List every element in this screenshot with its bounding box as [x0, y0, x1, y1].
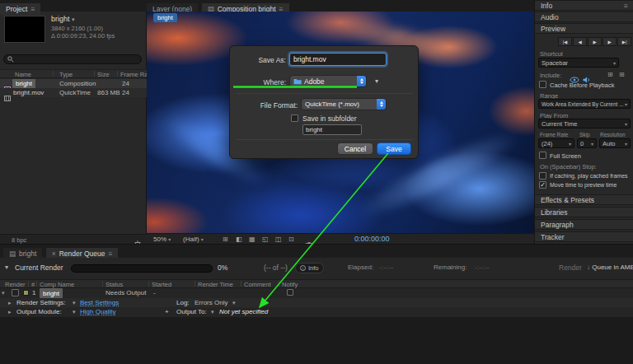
col-type[interactable]: Type — [59, 71, 73, 78]
cancel-button[interactable]: Cancel — [337, 142, 373, 155]
resolution-dropdown[interactable]: (Half) ▾ — [183, 236, 204, 243]
full-screen-checkbox[interactable] — [539, 152, 546, 159]
region-of-interest-icon[interactable]: ◱ — [262, 236, 269, 243]
where-dropdown[interactable]: Adobe — [289, 75, 367, 87]
col-comment[interactable]: Comment — [244, 281, 271, 288]
col-number[interactable]: # — [31, 281, 35, 288]
render-item-checkbox[interactable] — [12, 289, 19, 296]
transparency-grid-icon[interactable]: ⊡ — [288, 236, 294, 243]
shortcut-dropdown[interactable]: Spacebar ▾ — [538, 58, 619, 68]
twirl-closed-icon[interactable]: ▸ — [8, 309, 12, 315]
last-frame-button[interactable]: ▶| — [617, 37, 631, 46]
output-to-value[interactable]: Not yet specified — [219, 308, 268, 315]
save-in-subfolder-checkbox[interactable] — [291, 114, 298, 122]
range-dropdown[interactable]: Work Area Extended By Current ... ▾ — [538, 99, 631, 109]
queue-item-row[interactable]: ▾ 1 bright Needs Output - — [0, 288, 633, 298]
comp-name-chip[interactable]: bright — [153, 13, 177, 22]
project-item-name[interactable]: bright — [12, 79, 35, 88]
output-module-value[interactable]: High Quality — [80, 308, 116, 315]
project-comp-name[interactable]: bright ▾ — [51, 15, 75, 23]
pixel-aspect-icon[interactable]: ◫ — [275, 236, 282, 243]
col-render-time[interactable]: Render Time — [198, 281, 233, 288]
chevron-down-icon[interactable]: ▾ — [211, 309, 214, 315]
file-format-dropdown[interactable]: QuickTime (*.mov) — [301, 98, 387, 110]
on-spacebar-stop-label: On (Spacebar) Stop: — [540, 163, 597, 170]
prev-frame-button[interactable]: ◀ — [573, 37, 587, 46]
chevron-down-icon[interactable]: ▾ — [232, 300, 236, 306]
col-size[interactable]: Size — [97, 71, 110, 78]
save-as-input[interactable]: bright.mov — [289, 53, 387, 66]
chevron-down-icon: ▾ — [201, 237, 204, 242]
if-caching-checkbox[interactable] — [539, 172, 546, 180]
panel-header-audio[interactable]: Audio — [535, 12, 633, 22]
add-output-module-button[interactable]: + — [165, 308, 169, 315]
item-comp-name[interactable]: bright — [40, 288, 63, 298]
play-button[interactable]: ▶ — [588, 37, 602, 46]
label-color-chip[interactable] — [23, 290, 29, 296]
panel-header-preview[interactable]: Preview — [535, 23, 633, 34]
cache-before-playback-checkbox[interactable] — [539, 81, 546, 88]
render-info-button[interactable]: i Info — [295, 263, 324, 273]
project-item-name[interactable]: bright.mov — [13, 89, 44, 96]
move-time-checkbox[interactable]: ✓ — [539, 181, 546, 189]
skip-dropdown[interactable]: 0 ▾ — [577, 138, 597, 148]
project-search-input[interactable] — [3, 54, 142, 64]
notify-checkbox[interactable] — [287, 289, 293, 296]
col-started[interactable]: Started — [152, 281, 171, 288]
close-icon[interactable]: × — [52, 250, 56, 258]
chevron-down-icon[interactable]: ▾ — [73, 309, 76, 315]
cancel-label: Cancel — [345, 145, 366, 153]
table-row[interactable]: bright.mov QuickTime 863 MB 24 — [0, 88, 147, 97]
resolution-preview-dropdown[interactable]: Auto ▾ — [599, 138, 631, 148]
twirl-open-icon[interactable]: ▾ — [5, 264, 8, 271]
save-in-subfolder-label: Save in subfolder — [302, 114, 357, 123]
panel-header-tracker[interactable]: Tracker — [535, 231, 633, 242]
table-row[interactable]: bright Composition 24 — [0, 79, 147, 88]
panel-header-libraries[interactable]: Libraries — [535, 207, 633, 217]
divider — [237, 93, 413, 94]
elapsed-value: -:--:-- — [379, 264, 394, 271]
col-name[interactable]: Name — [15, 71, 31, 78]
save-button[interactable]: Save — [377, 142, 411, 155]
log-label: Log: — [176, 299, 190, 306]
log-value[interactable]: Errors Only — [195, 299, 227, 306]
subfolder-name-input[interactable]: bright — [302, 124, 362, 135]
play-from-dropdown[interactable]: Current Time ▾ — [538, 119, 631, 128]
item-status: Needs Output — [106, 289, 146, 296]
first-frame-button[interactable]: |◀ — [558, 37, 572, 46]
next-frame-button[interactable]: ▶ — [603, 37, 617, 46]
bit-depth-button[interactable]: 8 bpc — [12, 236, 26, 244]
panel-menu-icon[interactable]: ≡ — [30, 5, 35, 13]
panel-header-info[interactable]: Info ≡ — [535, 0, 633, 11]
render-button[interactable]: Render — [559, 264, 582, 272]
panel-header-effects-presets[interactable]: Effects & Presets — [535, 194, 633, 205]
layer-controls-grid-icon[interactable]: ⊞ — [619, 71, 625, 78]
twirl-open-icon[interactable]: ▾ — [2, 290, 5, 296]
mask-visibility-icon[interactable]: ◧ — [236, 236, 242, 243]
zoom-dropdown[interactable]: 50% ▾ — [153, 236, 171, 243]
shortcut-value: Spacebar — [542, 59, 568, 67]
chevron-down-icon[interactable]: ▾ — [73, 300, 76, 306]
panel-menu-icon[interactable]: ≡ — [624, 2, 628, 10]
title-safe-icon[interactable]: ⊞ — [223, 236, 228, 243]
col-notify[interactable]: Notify — [282, 281, 298, 288]
frame-rate-dropdown[interactable]: (24) ▾ — [538, 138, 574, 148]
col-render[interactable]: Render — [5, 281, 26, 288]
timecode-display[interactable]: 0:00:00:00 — [354, 235, 390, 243]
col-status[interactable]: Status — [106, 281, 123, 288]
twirl-closed-icon[interactable]: ▸ — [8, 300, 12, 306]
queue-in-ame-button[interactable]: ↓ Queue in AME — [587, 264, 633, 271]
timeline-tab-label: bright — [19, 250, 36, 258]
where-disclosure-icon[interactable]: ▾ — [375, 77, 378, 85]
panel-header-paragraph[interactable]: Paragraph — [535, 219, 633, 230]
col-comp-name[interactable]: Comp Name — [40, 281, 74, 288]
bottom-tabstrip: ▤ bright × Render Queue ≡ — [0, 245, 633, 257]
item-number: 1 — [32, 289, 35, 296]
panel-menu-icon[interactable]: ≡ — [108, 250, 112, 258]
include-overlays-grid-icon[interactable]: ⊞ — [607, 71, 613, 78]
tab-project[interactable]: Project ≡ — [0, 3, 40, 15]
channels-icon[interactable]: ▦ — [249, 236, 256, 243]
project-footer: 8 bpc — [0, 234, 147, 244]
viewer-bottom-bar: 50% ▾ (Half) ▾ ⊞ ◧ ▦ ◱ ◫ ⊡ 0:00:00:00 — [147, 233, 534, 244]
render-settings-value[interactable]: Best Settings — [80, 299, 119, 306]
